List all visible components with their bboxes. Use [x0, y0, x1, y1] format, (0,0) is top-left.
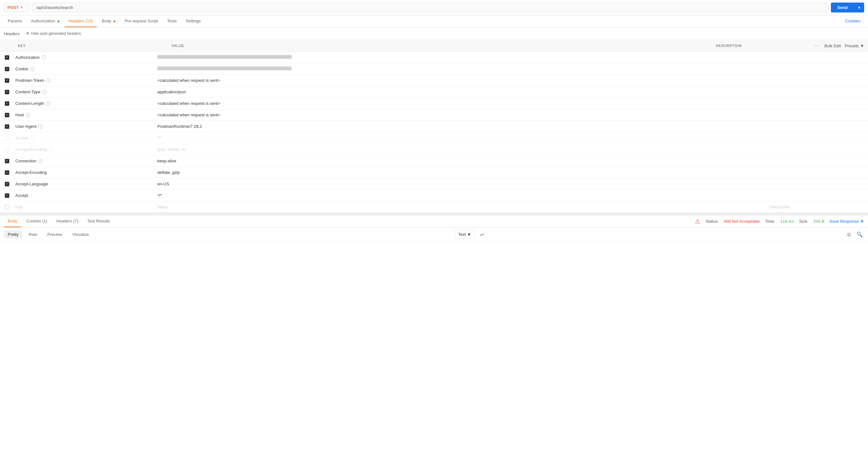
text-format-dropdown[interactable]: Text ▼ — [455, 230, 475, 239]
save-response-button[interactable]: Save Response ▼ — [829, 219, 864, 224]
info-icon[interactable]: i — [42, 90, 47, 94]
body-format-raw[interactable]: Raw — [25, 230, 41, 238]
row-desc-3[interactable] — [766, 90, 868, 95]
save-response-arrow-icon: ▼ — [860, 219, 864, 224]
row-desc-10[interactable] — [766, 170, 868, 175]
row-key-6[interactable]: User-Agent i — [14, 122, 154, 131]
send-label: Send — [831, 3, 854, 12]
url-input[interactable] — [32, 3, 828, 12]
row-key-0[interactable]: Authorization i — [14, 53, 154, 62]
row-key-4[interactable]: Content-Length i — [14, 98, 154, 108]
row-value-0[interactable] — [154, 53, 766, 62]
row-key-5[interactable]: Host i — [14, 110, 154, 120]
row-desc-11[interactable] — [766, 181, 868, 187]
copy-icon[interactable]: ⧉ — [846, 230, 852, 239]
row-key-9[interactable]: Connection i — [14, 156, 154, 166]
row-checkbox-7[interactable] — [0, 136, 14, 140]
info-icon[interactable]: i — [46, 78, 51, 83]
row-key-8[interactable]: Accept-Encoding i — [14, 144, 154, 155]
info-icon[interactable]: i — [41, 55, 46, 60]
response-tab-headers[interactable]: Headers (7) — [53, 215, 82, 227]
more-options-icon[interactable]: ··· — [814, 43, 820, 48]
body-format-preview[interactable]: Preview — [43, 230, 66, 238]
row-checkbox-3[interactable] — [0, 90, 14, 94]
row-key-11[interactable]: Accept-Language — [14, 179, 154, 189]
row-value-12[interactable]: */* — [154, 191, 766, 200]
cookies-link[interactable]: Cookies — [841, 15, 864, 27]
row-desc-1[interactable] — [766, 66, 868, 72]
tab-headers[interactable]: Headers (13) — [65, 15, 97, 27]
response-tab-body[interactable]: Body — [4, 215, 21, 227]
row-key-2[interactable]: Postman-Token i — [14, 75, 154, 85]
presets-button[interactable]: Presets ▼ — [845, 43, 864, 48]
row-desc-6[interactable] — [766, 124, 868, 129]
info-icon[interactable]: i — [49, 147, 53, 152]
row-checkbox-0[interactable] — [0, 55, 14, 60]
row-value-5[interactable]: <calculated when request is sent> — [154, 110, 766, 120]
new-row-desc[interactable]: Description — [766, 202, 868, 212]
headers-sub-header: Headers 👁 Hide auto-generated headers — [0, 28, 868, 40]
row-checkbox-12[interactable] — [0, 193, 14, 198]
row-desc-8[interactable] — [766, 147, 868, 152]
row-key-1[interactable]: Cookie i — [14, 64, 154, 74]
method-chevron-icon: ▼ — [20, 6, 23, 9]
info-icon[interactable]: i — [38, 124, 43, 129]
info-icon[interactable]: i — [46, 101, 51, 106]
table-row: Accept-Encoding i gzip, deflate, br — [0, 144, 868, 155]
info-icon[interactable]: i — [30, 136, 35, 140]
row-key-12[interactable]: Accept — [14, 191, 154, 200]
row-checkbox-6[interactable] — [0, 124, 14, 129]
headers-title: Headers — [4, 31, 20, 36]
row-value-7[interactable]: */* — [154, 133, 766, 143]
tab-params[interactable]: Params — [4, 15, 26, 27]
body-format-pretty[interactable]: Pretty — [4, 230, 22, 238]
bulk-edit-button[interactable]: Bulk Edit — [825, 43, 841, 48]
tab-tests[interactable]: Tests — [163, 15, 180, 27]
response-tab-cookies[interactable]: Cookies (1) — [22, 215, 51, 227]
hide-auto-headers-button[interactable]: 👁 Hide auto-generated headers — [23, 30, 84, 37]
tab-settings[interactable]: Settings — [182, 15, 205, 27]
info-icon[interactable]: i — [38, 159, 43, 163]
row-desc-12[interactable] — [766, 193, 868, 198]
info-icon[interactable]: i — [30, 67, 35, 71]
row-checkbox-9[interactable] — [0, 159, 14, 163]
row-desc-4[interactable] — [766, 101, 868, 106]
row-key-3[interactable]: Content-Type i — [14, 87, 154, 97]
row-value-2[interactable]: <calculated when request is sent> — [154, 75, 766, 85]
row-value-1[interactable] — [154, 64, 766, 74]
row-desc-7[interactable] — [766, 136, 868, 141]
row-value-3[interactable]: application/json — [154, 87, 766, 97]
row-checkbox-4[interactable] — [0, 101, 14, 106]
search-icon[interactable]: 🔍 — [855, 230, 864, 239]
row-desc-5[interactable] — [766, 112, 868, 117]
word-wrap-icon[interactable]: ⇌ — [480, 231, 484, 237]
row-checkbox-2[interactable] — [0, 78, 14, 83]
row-key-7[interactable]: Accept i — [14, 133, 154, 143]
new-row-key[interactable]: Key — [14, 202, 154, 212]
info-icon[interactable]: i — [26, 113, 30, 117]
send-button[interactable]: Send ▼ — [831, 3, 864, 12]
tab-pre-request[interactable]: Pre-request Script — [121, 15, 162, 27]
new-row-checkbox[interactable] — [0, 205, 14, 209]
row-value-10[interactable]: deflate, gzip — [154, 167, 766, 177]
row-desc-0[interactable] — [766, 55, 868, 60]
row-value-6[interactable]: PostmanRuntime/7.28.2 — [154, 122, 766, 131]
row-desc-9[interactable] — [766, 159, 868, 164]
row-value-9[interactable]: keep-alive — [154, 156, 766, 166]
row-checkbox-8[interactable] — [0, 147, 14, 152]
body-format-visualize[interactable]: Visualize — [68, 230, 93, 238]
response-tab-test-results[interactable]: Test Results — [84, 215, 114, 227]
row-desc-2[interactable] — [766, 78, 868, 83]
tab-authorization[interactable]: Authorization — [27, 15, 64, 27]
method-select[interactable]: POST ▼ — [4, 3, 29, 12]
row-key-10[interactable]: Accept-Encoding — [14, 167, 154, 177]
tab-body[interactable]: Body — [98, 15, 119, 27]
new-row-value[interactable]: Value — [154, 202, 766, 212]
row-value-4[interactable]: <calculated when request is sent> — [154, 98, 766, 108]
row-checkbox-11[interactable] — [0, 182, 14, 186]
row-value-8[interactable]: gzip, deflate, br — [154, 144, 766, 155]
row-checkbox-10[interactable] — [0, 170, 14, 175]
row-value-11[interactable]: en-US — [154, 179, 766, 189]
row-checkbox-1[interactable] — [0, 67, 14, 71]
row-checkbox-5[interactable] — [0, 113, 14, 117]
